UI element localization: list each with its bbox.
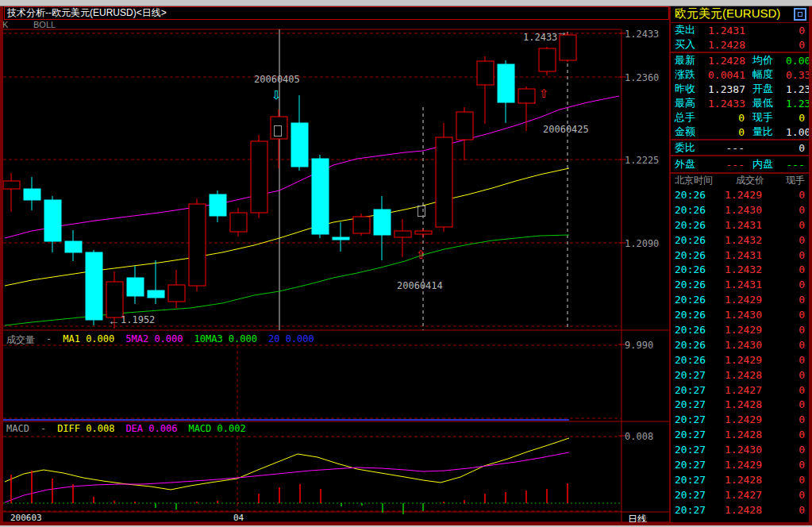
tick-time: 20:26	[675, 219, 716, 231]
restore-window-icon[interactable]	[794, 8, 806, 21]
candle-body	[210, 194, 226, 216]
macd-header-item: DIFF 0.008	[57, 423, 114, 434]
quote-stats-row: 最新1.2428均价0.0000	[671, 53, 809, 67]
tick-qty: 0	[799, 504, 805, 516]
volume-panel-header: 成交量-MA1 0.0005MA2 0.00010MA3 0.00020 0.0…	[6, 333, 314, 347]
candle-body	[230, 213, 247, 232]
quote-stat-label: 涨跌	[675, 67, 708, 82]
tick-time: 20:27	[675, 414, 716, 425]
tick-price: 1.2429	[716, 414, 762, 425]
sell-row: 卖出 1.2431 0	[671, 23, 809, 37]
tick-row: 20:271.24280	[671, 367, 809, 383]
tick-price: 1.2429	[716, 459, 762, 471]
candle-body	[291, 123, 308, 167]
tick-qty: 0	[799, 384, 805, 396]
macd-header-item: MACD 0.002	[188, 423, 245, 434]
vol-header-item: -	[46, 333, 52, 347]
macd-dea-line	[5, 452, 569, 502]
symbol-title: 欧元美元(EURUSD)	[675, 6, 780, 21]
up-arrow-marker-2-icon: ⇧	[539, 87, 549, 99]
buy-row: 买入 1.2428 0	[671, 37, 809, 52]
weibi-label: 委比	[675, 140, 708, 155]
volume-axis-label: 9.990	[625, 340, 653, 351]
tick-price: 1.2428	[716, 398, 762, 410]
window-bottom-frame	[0, 522, 812, 527]
tick-row: 20:271.24280	[671, 502, 809, 517]
tick-row: 20:261.24300	[671, 307, 809, 322]
candle-body	[312, 159, 329, 234]
quote-stat-label: 昨收	[675, 82, 708, 96]
quote-stat-value: 1.2387	[786, 83, 809, 95]
tick-row: 20:261.24310	[671, 277, 809, 292]
tick-price: 1.2430	[716, 339, 762, 351]
tick-row: 20:261.24310	[671, 248, 809, 263]
candle-body	[436, 137, 452, 227]
tick-list[interactable]: 20:261.2429020:261.2430020:261.2431020:2…	[671, 187, 809, 517]
tick-time: 20:27	[675, 384, 716, 396]
date-note-20060425: 20060425	[543, 124, 589, 135]
quote-stats-row: 昨收1.2387开盘1.2387	[671, 82, 809, 96]
tick-row: 20:261.24300	[671, 337, 809, 352]
trading-terminal-window: 技术分析--欧元美元(EURUSD)<日线> K BOLL 1.24331.23…	[0, 0, 812, 527]
quote-stat-value: 1.2387	[708, 83, 745, 95]
ma-line-yellow	[5, 168, 569, 286]
quote-stat-value: 1.2365	[786, 98, 809, 110]
outer-inner-row: 外盘 --- 内盘 ---	[671, 156, 809, 172]
sell-label: 卖出	[675, 23, 708, 37]
candle-body	[518, 89, 535, 103]
tick-qty: 0	[799, 309, 805, 321]
tick-price: 1.2429	[716, 354, 762, 366]
tick-row: 20:261.24290	[671, 187, 809, 202]
tick-qty: 0	[799, 444, 805, 456]
tick-row: 20:261.24310	[671, 217, 809, 233]
chart-title-bar[interactable]: 技术分析--欧元美元(EURUSD)<日线>	[4, 6, 669, 20]
macd-panel-header: MACD-DIFF 0.008DEA 0.006MACD 0.002	[6, 423, 246, 434]
buy-price: 1.2428	[708, 39, 745, 51]
tick-time: 20:26	[675, 189, 716, 201]
vol-header-item: 20 0.000	[268, 333, 314, 347]
tick-price: 1.2432	[716, 234, 762, 246]
tick-qty: 0	[799, 474, 805, 486]
tick-row: 20:271.24280	[671, 472, 809, 487]
quote-stat-value: 0.0000	[786, 55, 809, 67]
quote-stats-row: 涨跌0.0041幅度0.33	[671, 67, 809, 82]
tick-price: 1.2431	[716, 249, 762, 261]
tick-time: 20:26	[675, 324, 716, 336]
candle-body	[333, 237, 349, 240]
candle-select-marker	[418, 206, 425, 217]
candle-body	[86, 252, 102, 320]
weibi-value: ---	[708, 142, 745, 154]
quote-stat-label: 最低	[752, 96, 786, 110]
candle-body	[24, 189, 40, 200]
sell-price: 1.2431	[708, 25, 745, 37]
tick-row: 20:271.24290	[671, 457, 809, 472]
tick-price: 1.2429	[716, 324, 762, 336]
tick-time: 20:27	[675, 504, 716, 516]
tick-price: 1.2431	[716, 279, 762, 290]
tick-time: 20:27	[675, 474, 716, 486]
tick-qty: 0	[799, 189, 805, 201]
macd-header-item: MACD	[6, 423, 29, 434]
price-axis-label: 1.2225	[625, 155, 659, 166]
tick-time: 20:26	[675, 279, 716, 290]
tick-time: 20:26	[675, 339, 716, 351]
vol-header-item: 5MA2 0.000	[125, 333, 183, 347]
tick-qty: 0	[799, 219, 805, 231]
left-arrow-marker-icon: ←	[108, 314, 120, 326]
tick-time: 20:26	[675, 249, 716, 261]
tick-qty: 0	[799, 459, 805, 471]
tick-price: 1.2430	[716, 309, 762, 321]
candle-body	[539, 48, 556, 71]
vol-header-item: 10MA3 0.000	[194, 333, 257, 347]
tick-qty: 0	[799, 354, 805, 366]
price-axis-label: 1.2090	[625, 238, 659, 249]
candle-body	[415, 231, 432, 234]
candle-body	[44, 200, 61, 241]
macd-axis-label: 0.008	[625, 431, 653, 442]
quote-stats-row: 总手0现手0	[671, 110, 809, 125]
tick-price: 1.2429	[716, 189, 762, 201]
tick-row: 20:271.24280	[671, 397, 809, 412]
tick-time: 20:26	[675, 294, 716, 306]
tick-time: 20:26	[675, 204, 716, 216]
tick-price: 1.2428	[716, 369, 762, 381]
